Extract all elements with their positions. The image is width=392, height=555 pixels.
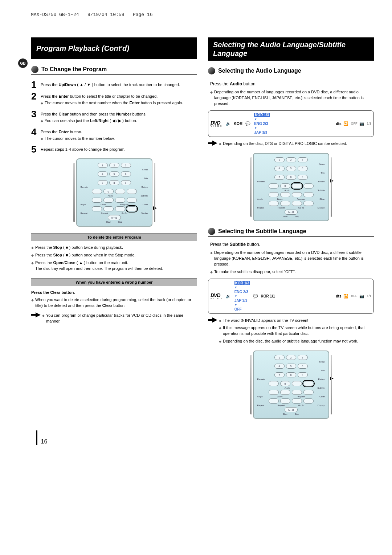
remote-label: Slow <box>283 215 287 218</box>
remote-btn: 4 <box>274 166 285 171</box>
right-title: Selecting the Audio Language/Subtitle La… <box>208 37 374 61</box>
remote-label: Step <box>295 215 299 218</box>
off-label: OFF <box>351 122 357 125</box>
remote-label: Repeat <box>101 212 108 214</box>
text: To make the subtitles disappear, select … <box>214 269 296 275</box>
language-badge: GB <box>18 58 28 68</box>
invalid-tip-row: The word ⊘ INVALID appears on the TV scr… <box>208 317 374 347</box>
subtitle-icon: 💬 <box>245 121 250 126</box>
remote-label: Audio <box>285 387 290 389</box>
divider <box>208 76 374 76</box>
remote-label: Angle <box>81 203 86 206</box>
remote-label: Display <box>141 212 148 214</box>
arrow-right-icon <box>31 312 42 326</box>
osd-audio: DVDVIDEO 🔉 KOR 💬 KOR 1/3 ▼ ENG 2/3 ▼ JAP… <box>208 110 374 137</box>
divider <box>208 236 374 237</box>
audio-heading-text: Selecting the Audio Language <box>218 68 301 74</box>
remote-btn <box>303 381 314 386</box>
remote-btn: 0 <box>103 189 114 194</box>
doc-id: MAX-DS750 GB-1~24 <box>31 12 79 17</box>
remote-label: Audio <box>285 189 290 191</box>
remote-control: 123 Setup 456 Title 789 RemainReturn 0 A… <box>253 153 329 221</box>
count-label: 1/1 <box>367 294 371 298</box>
remote-label: Audio <box>108 195 113 197</box>
remote-label: Program <box>297 198 305 200</box>
remote-btn: A↔B <box>285 210 298 215</box>
text: Number <box>116 112 131 116</box>
remote-btn: 6 <box>298 364 308 369</box>
step-num: 5 <box>31 145 41 154</box>
step-5: 5 Repeat steps 1-4 above to change the p… <box>31 145 197 154</box>
text: button. <box>112 303 126 308</box>
remote-btn <box>127 198 137 203</box>
text: button is pressed again. <box>140 101 183 105</box>
osd-subtitle: DVDVIDEO 🔉 KOR 1/3 ▼ ENG 2/3 ▼ JAP 3/3 ▼… <box>208 279 374 314</box>
remote-btn-highlight <box>303 201 314 206</box>
remote-btn <box>269 201 279 206</box>
remote-label: Angle <box>257 198 263 200</box>
page-number-block: 16 <box>36 430 392 445</box>
text: Press the <box>41 94 59 98</box>
remote-btn: 2 <box>286 157 296 162</box>
left-column: Program Playback (Cont'd) To Change the … <box>31 37 197 423</box>
text: button to select the title or chapter to… <box>69 94 158 98</box>
remote-btn: 8 <box>109 180 119 185</box>
step-num: 4 <box>31 127 41 137</box>
text: ( ▲ / ▼ ) button to select the track num… <box>76 82 180 87</box>
remote-label: Zoom <box>277 396 282 398</box>
arrow-right-icon <box>153 206 157 210</box>
remote-btn <box>92 206 102 211</box>
text: Repeat steps 1-4 above to change the pro… <box>41 147 197 152</box>
remote-figure-3: 123 Setup 456 Title 789 RemainReturn 0 A… <box>208 351 374 419</box>
text: ( ■ ) button twice during playback. <box>62 245 123 250</box>
triangle-down-icon: ▼ <box>234 295 250 298</box>
triangle-down-icon: ▼ <box>234 286 250 289</box>
remote-btn: 7 <box>98 180 108 185</box>
remote-label: Slow <box>283 413 287 415</box>
sub-note: The cursor moves to the next number when… <box>41 100 197 106</box>
text: Subtitle <box>230 242 246 247</box>
dts-icon: dts <box>336 294 341 298</box>
remote-btn: 9 <box>298 372 308 377</box>
remote-btn <box>292 398 302 404</box>
remote-label: Setup <box>319 361 325 363</box>
remote-btn: A↔B <box>285 407 298 412</box>
step-num: 1 <box>31 80 41 89</box>
remote-btn <box>269 192 279 197</box>
remote-btn <box>92 189 102 194</box>
press-audio: Press the Audio button. <box>210 81 374 86</box>
remote-label: Repeat <box>278 404 285 406</box>
text: Press the <box>35 260 53 265</box>
osd-text: KOR 1/1 <box>261 294 275 298</box>
text: button. <box>242 81 257 86</box>
triangle-down-icon: ▼ <box>254 126 270 130</box>
remote-btn <box>292 381 302 386</box>
count-label: 1/1 <box>367 122 371 125</box>
remote-label: Return <box>141 186 148 188</box>
remote-label: Title <box>320 172 324 174</box>
remote-label: Return <box>318 181 324 183</box>
remote-btn-highlight <box>127 206 137 211</box>
arrow-right-icon <box>330 179 334 183</box>
remote-btn: 8 <box>286 372 296 377</box>
remote-btn <box>115 206 125 211</box>
text: Depending on the disc, DTS or DIGITAL PR… <box>223 141 347 147</box>
text: Press the <box>35 245 53 250</box>
angle-icon: 📷 <box>359 294 364 299</box>
audio-notes: Depending on the number of languages rec… <box>210 89 374 107</box>
remote-label: Remain <box>257 181 265 183</box>
remote-control: 123 Setup 456 Title 789 RemainReturn 0 A… <box>76 158 152 227</box>
grey-heading-wrong: When you have entered a wrong number <box>31 278 197 286</box>
text: ( ▲ ) button on the main unit. <box>75 260 128 265</box>
remote-btn: 3 <box>121 163 131 168</box>
subtitle-notes: Depending on the number of languages rec… <box>210 250 374 275</box>
remote-btn: 5 <box>286 166 296 171</box>
text: Enter <box>59 94 69 98</box>
remote-label: Display <box>318 404 325 406</box>
dvd-logo-icon: DVDVIDEO <box>211 292 223 300</box>
text: Stop <box>53 245 62 250</box>
remote-btn: 0 <box>280 183 290 189</box>
text: Up/Down <box>59 82 76 87</box>
remote-figure-2: 123 Setup 456 Title 789 RemainReturn 0 A… <box>208 153 374 221</box>
remote-btn <box>280 398 290 404</box>
